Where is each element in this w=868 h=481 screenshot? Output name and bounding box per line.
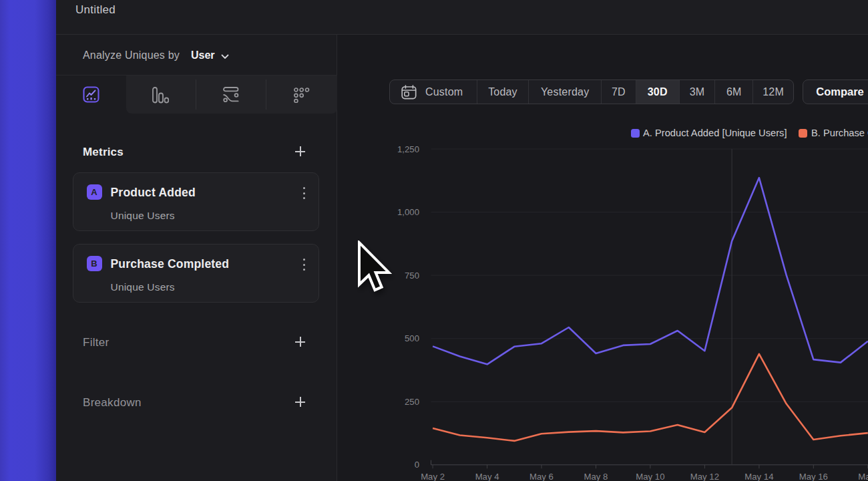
- svg-text:750: 750: [405, 271, 419, 281]
- svg-text:May 12: May 12: [690, 472, 719, 481]
- svg-text:250: 250: [405, 397, 419, 407]
- svg-text:May 6: May 6: [529, 472, 554, 481]
- svg-text:May 14: May 14: [744, 472, 773, 481]
- svg-text:May 10: May 10: [636, 472, 664, 481]
- svg-text:500: 500: [405, 333, 419, 343]
- svg-text:May 18: May 18: [858, 472, 868, 481]
- svg-text:May 4: May 4: [475, 472, 499, 481]
- svg-text:May 2: May 2: [421, 472, 445, 481]
- svg-text:1,000: 1,000: [397, 207, 419, 217]
- svg-text:1,250: 1,250: [397, 144, 419, 154]
- svg-text:May 16: May 16: [799, 472, 828, 481]
- svg-text:0: 0: [415, 460, 419, 470]
- svg-text:May 8: May 8: [584, 472, 608, 481]
